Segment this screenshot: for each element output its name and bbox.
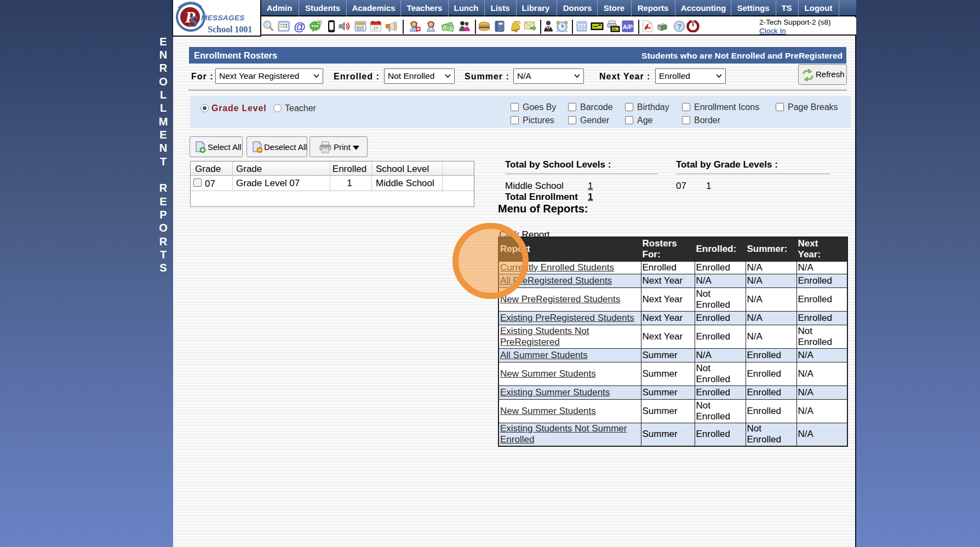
svg-text:?: ?: [677, 22, 681, 31]
svg-text:17: 17: [374, 26, 379, 31]
svg-text:@: @: [294, 20, 305, 32]
svg-text:S: S: [189, 12, 198, 30]
svg-text:A/P: A/P: [623, 24, 633, 30]
